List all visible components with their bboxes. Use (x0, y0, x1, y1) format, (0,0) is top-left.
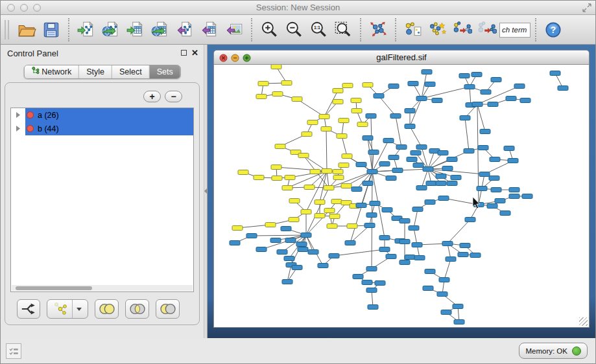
graph-node[interactable] (366, 213, 377, 218)
frame-resize-grip[interactable] (579, 317, 588, 326)
network-canvas[interactable] (214, 65, 589, 328)
export-network-icon[interactable] (173, 17, 197, 42)
graph-node[interactable] (333, 100, 343, 104)
intersect-sets-button[interactable] (125, 299, 149, 319)
create-set-from-network-button[interactable] (47, 299, 88, 319)
graph-node[interactable] (408, 82, 418, 86)
graph-node[interactable] (413, 163, 423, 168)
graph-node[interactable] (399, 219, 410, 223)
graph-node[interactable] (407, 157, 417, 162)
graph-node[interactable] (447, 157, 457, 162)
expand-arrow-icon[interactable] (11, 126, 25, 131)
graph-node[interactable] (465, 218, 475, 222)
graph-edge[interactable] (447, 220, 470, 244)
graph-node[interactable] (366, 114, 376, 119)
graph-node[interactable] (442, 166, 453, 171)
graph-node[interactable] (307, 120, 318, 125)
zoom-actual-size-icon[interactable]: 1:1 (306, 17, 331, 42)
graph-node[interactable] (414, 256, 425, 260)
graph-node[interactable] (352, 109, 362, 113)
graph-edge[interactable] (297, 99, 324, 117)
difference-sets-button[interactable] (156, 299, 180, 319)
graph-node[interactable] (416, 186, 427, 190)
graph-node[interactable] (500, 211, 510, 216)
graph-node[interactable] (289, 199, 300, 203)
export-table-icon[interactable] (197, 17, 222, 42)
first-neighbors-icon[interactable] (425, 17, 450, 42)
graph-node[interactable] (327, 224, 337, 229)
graph-edge[interactable] (414, 209, 418, 228)
graph-node[interactable] (265, 223, 276, 227)
open-session-icon[interactable] (14, 17, 39, 42)
graph-node[interactable] (509, 194, 519, 199)
graph-node[interactable] (296, 242, 307, 247)
graph-node[interactable] (329, 214, 340, 219)
scrollbar-thumb[interactable] (16, 286, 92, 290)
graph-node[interactable] (254, 176, 264, 180)
graph-node[interactable] (508, 159, 518, 163)
graph-node[interactable] (416, 97, 427, 101)
graph-node[interactable] (399, 260, 410, 265)
graph-node[interactable] (399, 240, 410, 244)
graph-node[interactable] (301, 210, 311, 214)
graph-node[interactable] (285, 176, 295, 180)
graph-node[interactable] (405, 255, 415, 260)
add-set-button[interactable]: + (143, 91, 161, 102)
graph-node[interactable] (491, 188, 501, 192)
graph-node[interactable] (460, 244, 470, 248)
import-table-file-icon[interactable] (123, 17, 148, 42)
graph-node[interactable] (333, 176, 344, 180)
graph-node[interactable] (304, 185, 315, 190)
graph-node[interactable] (272, 92, 283, 97)
graph-node[interactable] (436, 174, 446, 179)
graph-node[interactable] (472, 102, 483, 107)
graph-node[interactable] (411, 151, 421, 155)
close-panel-icon[interactable]: ✕ (191, 49, 198, 57)
zoom-out-icon[interactable] (281, 17, 306, 42)
graph-node[interactable] (364, 223, 375, 228)
graph-node[interactable] (425, 82, 435, 87)
graph-node[interactable] (388, 84, 399, 89)
graph-node[interactable] (362, 280, 372, 285)
graph-node[interactable] (319, 115, 329, 119)
graph-node[interactable] (315, 200, 325, 205)
split-set-button[interactable] (17, 299, 40, 319)
graph-node[interactable] (308, 250, 318, 255)
graph-node[interactable] (368, 150, 379, 155)
graph-node[interactable] (270, 238, 281, 243)
graph-node[interactable] (333, 170, 343, 174)
graph-node[interactable] (423, 167, 433, 172)
graph-edge[interactable] (334, 249, 385, 256)
graph-node[interactable] (246, 234, 257, 238)
graph-node[interactable] (386, 176, 396, 181)
graph-node[interactable] (460, 116, 470, 120)
network-frame-titlebar[interactable]: galFiltered.sif (213, 50, 590, 65)
graph-node[interactable] (357, 122, 368, 127)
graph-node[interactable] (329, 254, 339, 258)
graph-node[interactable] (256, 247, 267, 252)
graph-node[interactable] (386, 255, 396, 259)
graph-node[interactable] (298, 154, 309, 158)
graph-node[interactable] (333, 89, 343, 93)
graph-node[interactable] (342, 84, 353, 88)
fullscreen-icon[interactable] (582, 3, 591, 12)
graph-node[interactable] (470, 253, 481, 258)
graph-node[interactable] (439, 278, 449, 282)
graph-node[interactable] (271, 65, 281, 69)
graph-node[interactable] (345, 241, 355, 245)
set-row[interactable]: b (44) (11, 122, 193, 135)
export-image-icon[interactable] (222, 17, 246, 42)
graph-node[interactable] (520, 98, 530, 103)
import-network-file-icon[interactable] (74, 17, 99, 42)
graph-node[interactable] (425, 200, 435, 205)
graph-node[interactable] (315, 214, 325, 218)
graph-node[interactable] (324, 209, 335, 213)
graph-node[interactable] (272, 176, 282, 181)
graph-node[interactable] (446, 257, 456, 262)
graph-node[interactable] (488, 102, 498, 107)
graph-node[interactable] (426, 181, 436, 186)
graph-node[interactable] (479, 172, 490, 177)
graph-node[interactable] (282, 280, 292, 284)
graph-node[interactable] (342, 154, 352, 159)
graph-node[interactable] (374, 94, 384, 98)
